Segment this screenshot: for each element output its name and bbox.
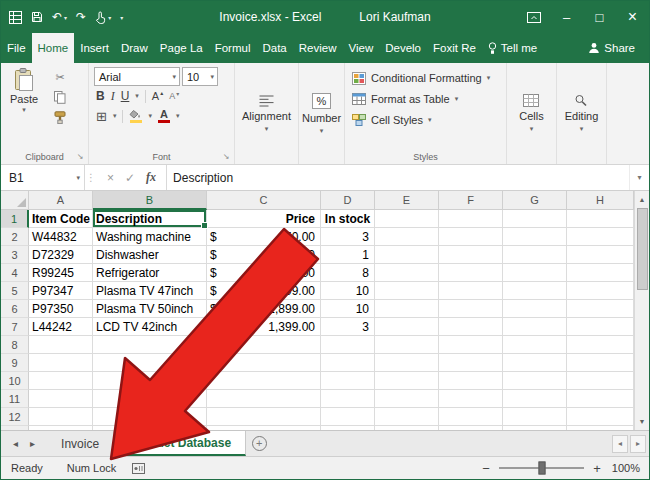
column-header-H[interactable]: H: [567, 191, 634, 210]
number-button[interactable]: % Number ▾: [298, 93, 345, 135]
cell-F4[interactable]: [439, 264, 503, 282]
cell-H9[interactable]: [567, 354, 634, 372]
row-header-1[interactable]: 1: [1, 210, 29, 228]
format-painter-button[interactable]: [50, 110, 70, 125]
ribbon-tab-tell-me[interactable]: Tell me: [482, 33, 543, 63]
zoom-level[interactable]: 100%: [610, 462, 640, 474]
column-header-A[interactable]: A: [29, 191, 93, 210]
ribbon-tab-draw[interactable]: Draw: [115, 33, 154, 63]
format-as-table-button[interactable]: Format as Table ▾: [352, 90, 502, 108]
cell-E11[interactable]: [375, 390, 439, 408]
column-header-G[interactable]: G: [503, 191, 567, 210]
vertical-scroll-thumb[interactable]: [637, 208, 648, 290]
cell-E7[interactable]: [375, 318, 439, 336]
sheet-tab-invoice[interactable]: Invoice: [47, 431, 114, 456]
cell-G2[interactable]: [503, 228, 567, 246]
cell-F9[interactable]: [439, 354, 503, 372]
redo-icon[interactable]: ↷: [76, 10, 86, 24]
italic-button[interactable]: I: [111, 89, 115, 104]
cell-G3[interactable]: [503, 246, 567, 264]
cell-H2[interactable]: [567, 228, 634, 246]
scroll-down-button[interactable]: ▼: [635, 413, 649, 430]
font-name-combo[interactable]: Arial▾: [94, 67, 180, 86]
cell-H12[interactable]: [567, 408, 634, 426]
cell-D6[interactable]: 10: [321, 300, 375, 318]
font-size-combo[interactable]: 10▾: [182, 67, 218, 86]
cell-A8[interactable]: [29, 336, 93, 354]
bold-button[interactable]: B: [96, 89, 105, 103]
ribbon-tab-page-la[interactable]: Page La: [154, 33, 209, 63]
cell-C7[interactable]: $1,399.00: [207, 318, 321, 336]
cell-G7[interactable]: [503, 318, 567, 336]
ribbon-tab-data[interactable]: Data: [256, 33, 292, 63]
copy-button[interactable]: [50, 90, 70, 105]
cell-B7[interactable]: LCD TV 42inch: [93, 318, 207, 336]
maximize-button[interactable]: □: [583, 1, 616, 33]
scroll-up-button[interactable]: ▲: [635, 191, 649, 208]
save-icon[interactable]: [31, 11, 43, 23]
conditional-formatting-button[interactable]: Conditional Formatting ▾: [352, 69, 502, 87]
cell-D9[interactable]: [321, 354, 375, 372]
cell-H3[interactable]: [567, 246, 634, 264]
close-button[interactable]: ×: [616, 1, 649, 33]
vertical-scrollbar[interactable]: ▲ ▼: [634, 191, 649, 430]
ribbon-tab-foxit-re[interactable]: Foxit Re: [427, 33, 482, 63]
cell-C5[interactable]: $1,599.00: [207, 282, 321, 300]
fill-color-button[interactable]: [129, 110, 142, 123]
editing-button[interactable]: Editing ▾: [561, 94, 603, 133]
cell-A7[interactable]: L44242: [29, 318, 93, 336]
cell-B12[interactable]: [93, 408, 207, 426]
cell-F12[interactable]: [439, 408, 503, 426]
insert-function-button[interactable]: fx: [146, 170, 156, 185]
cell-E10[interactable]: [375, 372, 439, 390]
cell-B5[interactable]: Plasma TV 47inch: [93, 282, 207, 300]
cell-C8[interactable]: [207, 336, 321, 354]
previous-sheet-button[interactable]: ◂: [13, 438, 18, 449]
cell-styles-button[interactable]: Cell Styles ▾: [352, 111, 502, 129]
cell-H7[interactable]: [567, 318, 634, 336]
scroll-left-button[interactable]: ◂: [612, 435, 628, 453]
zoom-slider[interactable]: [499, 467, 584, 469]
ribbon-tab-view[interactable]: View: [342, 33, 379, 63]
cell-F11[interactable]: [439, 390, 503, 408]
increase-font-size-button[interactable]: A▴: [152, 90, 163, 102]
cell-E8[interactable]: [375, 336, 439, 354]
select-all-corner[interactable]: [1, 191, 29, 210]
row-header-2[interactable]: 2: [1, 228, 29, 246]
cell-F10[interactable]: [439, 372, 503, 390]
zoom-slider-thumb[interactable]: [538, 462, 545, 475]
cell-B1[interactable]: Description: [93, 210, 207, 228]
font-dialog-launcher[interactable]: ↘: [221, 152, 231, 162]
cell-E12[interactable]: [375, 408, 439, 426]
touch-mode-icon[interactable]: ▾: [95, 11, 111, 24]
cell-E9[interactable]: [375, 354, 439, 372]
cell-H10[interactable]: [567, 372, 634, 390]
cell-D12[interactable]: [321, 408, 375, 426]
cell-B11[interactable]: [93, 390, 207, 408]
cell-H6[interactable]: [567, 300, 634, 318]
font-color-button[interactable]: A: [158, 110, 170, 123]
cell-D4[interactable]: 8: [321, 264, 375, 282]
cell-G6[interactable]: [503, 300, 567, 318]
cell-F6[interactable]: [439, 300, 503, 318]
cell-F7[interactable]: [439, 318, 503, 336]
clipboard-dialog-launcher[interactable]: ↘: [75, 152, 85, 162]
cell-C11[interactable]: [207, 390, 321, 408]
cell-A9[interactable]: [29, 354, 93, 372]
cell-C1[interactable]: Price: [207, 210, 321, 228]
row-header-8[interactable]: 8: [1, 336, 29, 354]
account-user-name[interactable]: Lori Kaufman: [359, 10, 430, 24]
new-sheet-button[interactable]: +: [246, 431, 272, 456]
ribbon-tab-review[interactable]: Review: [293, 33, 343, 63]
cell-D10[interactable]: [321, 372, 375, 390]
cell-B9[interactable]: [93, 354, 207, 372]
cell-E2[interactable]: [375, 228, 439, 246]
underline-button[interactable]: U: [121, 89, 130, 103]
row-header-7[interactable]: 7: [1, 318, 29, 336]
cell-D3[interactable]: 1: [321, 246, 375, 264]
fill-color-caret[interactable]: ▾: [148, 112, 152, 120]
row-header-12[interactable]: 12: [1, 408, 29, 426]
cut-button[interactable]: ✂: [50, 70, 70, 85]
name-box[interactable]: B1 ▾: [1, 165, 85, 190]
cell-A11[interactable]: [29, 390, 93, 408]
